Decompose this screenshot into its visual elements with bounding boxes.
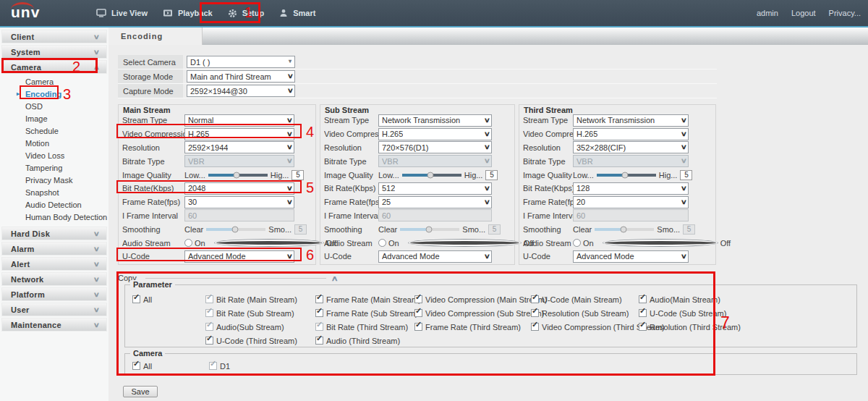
third-stream-stream-type-dropdown[interactable]: Network Transmission∨	[573, 114, 689, 127]
third-stream-video-compression-dropdown[interactable]: H.265∨	[573, 128, 689, 140]
sidebar-group-user[interactable]: User∨	[1, 303, 107, 316]
header-link-privacy[interactable]: Privacy...	[829, 9, 861, 17]
third-stream-image-quality-slider-handle[interactable]	[622, 172, 629, 178]
sub-stream-video-compression-label: Video Compression	[324, 130, 378, 138]
sidebar-group-hard-disk[interactable]: Hard Disk∨	[1, 227, 107, 240]
sub-stream-smoothing-max-label: Smo...	[462, 225, 485, 234]
sidebar-group-system[interactable]: System∨	[1, 45, 107, 59]
third-stream-bit-rate-kbps-dropdown[interactable]: 128∨	[573, 182, 689, 195]
third-stream-bitrate-type-row: Bitrate TypeVBR∨	[523, 154, 712, 168]
sub-stream-smoothing-slider-handle[interactable]	[425, 226, 432, 232]
main-stream-audio-stream-radio-off[interactable]	[214, 239, 324, 247]
sidebar-item-camera[interactable]: Camera	[0, 75, 109, 88]
main-stream-image-quality-value-input[interactable]: 5	[292, 170, 304, 180]
sidebar-item-human-body-detection[interactable]: Human Body Detection	[0, 211, 109, 223]
parameter-column-6: ✓Audio(Main Stream)✓U-Code (Sub Stream)✓…	[639, 292, 741, 334]
main-stream-bit-rate-kbps-dropdown[interactable]: 2048∨	[184, 182, 294, 195]
sub-stream-image-quality-slider[interactable]	[402, 174, 461, 177]
sub-stream-smoothing-slider[interactable]	[400, 228, 459, 231]
sidebar-group-platform[interactable]: Platform∨	[1, 287, 107, 301]
checkbox-video-compression-sub-stream[interactable]: ✓Video Compression (Sub Stream)	[414, 306, 548, 320]
sidebar-item-image[interactable]: Image	[0, 112, 109, 124]
third-stream-smoothing-slider-handle[interactable]	[620, 226, 626, 232]
sidebar-item-motion[interactable]: Motion	[0, 137, 109, 149]
third-stream-audio-stream-radio-off[interactable]	[603, 239, 718, 247]
sub-stream-bit-rate-kbps-dropdown[interactable]: 512∨	[378, 182, 492, 195]
header-link-logout[interactable]: Logout	[791, 9, 816, 17]
main-stream-resolution-dropdown[interactable]: 2592×1944∨	[184, 141, 294, 153]
checkbox-frame-rate-main-stream[interactable]: ✓Frame Rate (Main Stream)	[315, 292, 421, 306]
dropdown-storage-mode[interactable]: Main and Third Stream∨	[187, 70, 295, 83]
main-stream-stream-type-dropdown[interactable]: Normal∨	[184, 114, 294, 127]
checkbox-resolution-third-stream[interactable]: ✓Resolution (Third Stream)	[639, 320, 741, 334]
checkbox-video-compression-main-stream[interactable]: ✓Video Compression (Main Stream)	[414, 292, 548, 306]
main-stream-image-quality-slider-handle[interactable]	[234, 172, 240, 178]
sidebar-group-maintenance[interactable]: Maintenance∨	[1, 318, 107, 332]
sub-stream-video-compression-dropdown[interactable]: H.265∨	[378, 128, 492, 140]
sidebar-item-schedule[interactable]: Schedule	[0, 124, 109, 137]
checkbox-frame-rate-third-stream[interactable]: ✓Frame Rate (Third Stream)	[414, 320, 548, 334]
main-stream-image-quality-slider[interactable]	[208, 174, 268, 177]
nav-item-smart[interactable]: Smart	[279, 9, 315, 17]
checkbox-audio-main-stream[interactable]: ✓Audio(Main Stream)	[639, 292, 741, 306]
nav-item-setup[interactable]: Setup	[228, 9, 265, 18]
sidebar-group-alert[interactable]: Alert∨	[1, 257, 107, 271]
third-stream-image-quality-slider[interactable]	[597, 174, 656, 177]
checkbox-audio-third-stream[interactable]: ✓Audio (Third Stream)	[315, 334, 421, 347]
sidebar-item-tampering[interactable]: Tampering	[0, 161, 109, 174]
checkbox-all[interactable]: ✓All	[132, 292, 152, 306]
sidebar-group-network[interactable]: Network∨	[1, 272, 107, 286]
checkbox-all[interactable]: ✓All	[132, 359, 152, 373]
sidebar-group-client[interactable]: Client∨	[1, 30, 107, 43]
main-stream-audio-stream-radio-on[interactable]	[184, 239, 192, 247]
sub-stream-image-quality-min-label: Low...	[378, 171, 399, 180]
nav-item-playback[interactable]: Playback	[163, 9, 213, 17]
sub-stream-u-code-dropdown[interactable]: Advanced Mode∨	[378, 250, 492, 263]
sub-stream-audio-stream-radio-on[interactable]	[378, 239, 386, 247]
dropdown-chevron-icon: ∨	[681, 198, 687, 206]
third-stream-audio-stream-radio-on[interactable]	[573, 239, 581, 247]
sub-stream-resolution-dropdown[interactable]: 720×576(D1)∨	[378, 141, 492, 153]
sub-stream-stream-type-dropdown[interactable]: Network Transmission∨	[378, 114, 492, 127]
sub-stream-image-quality-value-input[interactable]: 5	[485, 170, 498, 180]
third-stream-u-code-dropdown[interactable]: Advanced Mode∨	[573, 250, 689, 263]
main-stream-audio-stream-row: Audio StreamOnOff	[122, 236, 312, 250]
nav-item-live-view[interactable]: Live View	[96, 9, 148, 17]
sidebar-item-osd[interactable]: OSD	[0, 100, 109, 112]
checkbox-label: U-Code (Third Stream)	[216, 337, 297, 345]
dropdown-value: 25	[382, 198, 391, 206]
sidebar-group-alarm[interactable]: Alarm∨	[1, 242, 107, 256]
checkbox-label: All	[143, 295, 152, 304]
main-stream-video-compression-dropdown[interactable]: H.265∨	[184, 128, 294, 140]
sub-stream-audio-stream-radio-off[interactable]	[408, 239, 522, 247]
third-stream-resolution-dropdown[interactable]: 352×288(CIF)∨	[573, 141, 689, 153]
sub-stream-u-code-row: U-CodeAdvanced Mode∨	[324, 250, 511, 263]
collapse-up-icon[interactable]: ∧	[331, 274, 338, 282]
save-button[interactable]: Save	[123, 386, 158, 397]
checkbox-frame-rate-sub-stream[interactable]: ✓Frame Rate (Sub Stream)	[315, 306, 421, 320]
main-stream-frame-rate-fps-dropdown[interactable]: 30∨	[184, 196, 294, 208]
sidebar-item-snapshot[interactable]: Snapshot	[0, 186, 109, 198]
sub-stream-image-quality-slider-handle[interactable]	[427, 172, 434, 178]
sidebar-item-video-loss[interactable]: Video Loss	[0, 149, 109, 161]
sidebar-group-camera[interactable]: Camera∧	[1, 60, 107, 74]
sidebar-item-encoding[interactable]: ▸Encoding	[0, 88, 109, 100]
checkbox-box: ✓	[315, 295, 323, 303]
checkbox-box: ✓	[639, 309, 647, 317]
dropdown-capture-mode[interactable]: 2592×1944@30∨	[187, 85, 295, 97]
main-stream-u-code-dropdown[interactable]: Advanced Mode∨	[184, 250, 294, 263]
sidebar-item-label: OSD	[25, 102, 43, 111]
checkbox-u-code-third-stream[interactable]: ✓U-Code (Third Stream)	[205, 334, 297, 347]
main-stream-smoothing-slider-handle[interactable]	[231, 226, 238, 232]
third-stream-frame-rate-fps-dropdown[interactable]: 20∨	[573, 196, 689, 208]
tab-encoding[interactable]: Encoding	[109, 28, 203, 45]
sub-stream-frame-rate-fps-dropdown[interactable]: 25∨	[378, 196, 492, 208]
third-stream-image-quality-value-input[interactable]: 5	[680, 170, 692, 180]
sidebar-item-audio-detection[interactable]: Audio Detection	[0, 198, 109, 211]
sidebar-item-privacy-mask[interactable]: Privacy Mask	[0, 174, 109, 186]
dropdown-select-camera[interactable]: D1 ( )▾	[187, 56, 295, 68]
dropdown-chevron-icon: ∨	[681, 185, 687, 192]
third-stream-smoothing-slider[interactable]	[595, 228, 654, 231]
checkbox-u-code-sub-stream[interactable]: ✓U-Code (Sub Stream)	[639, 306, 741, 320]
main-stream-smoothing-slider[interactable]	[206, 228, 265, 231]
